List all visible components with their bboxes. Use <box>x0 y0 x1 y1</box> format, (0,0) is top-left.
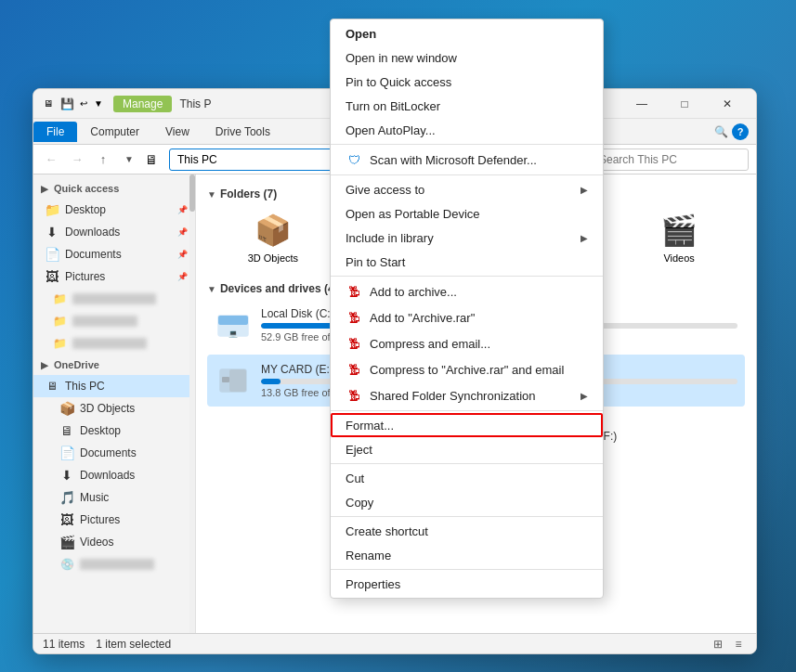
menu-rename[interactable]: Rename <box>331 543 603 567</box>
menu-bitlocker-label: Turn on BitLocker <box>346 99 440 113</box>
sidebar-item-downloads[interactable]: ⬇ Downloads 📌 <box>33 221 195 243</box>
folder-3d-label: 3D Objects <box>248 252 298 264</box>
list-view-icon[interactable]: ≡ <box>730 636 747 653</box>
tab-view[interactable]: View <box>152 122 202 142</box>
menu-format[interactable]: Format... <box>331 413 603 437</box>
sidebar-item-pictures-pc[interactable]: 🖼 Pictures <box>33 509 195 531</box>
defender-icon: 🛡 <box>346 151 362 168</box>
menu-cut-label: Cut <box>346 472 364 485</box>
folders-chevron: ▼ <box>207 189 216 200</box>
menu-shared-sync[interactable]: 🗜 Shared Folder Synchronization ▶ <box>331 382 603 408</box>
forward-button[interactable]: → <box>67 149 87 170</box>
menu-rename-label: Rename <box>346 549 391 562</box>
minimize-button[interactable]: — <box>620 89 663 119</box>
sidebar-section-onedrive[interactable]: ▶ OneDrive <box>33 355 195 375</box>
menu-give-access[interactable]: Give access to ▶ <box>331 177 603 201</box>
folder-videos-icon: 🎬 <box>660 212 698 249</box>
items-count: 11 items <box>43 638 85 651</box>
give-access-arrow: ▶ <box>581 185 588 195</box>
sidebar-item-docs-pc[interactable]: 📄 Documents <box>33 442 195 464</box>
manage-button[interactable]: Manage <box>113 96 172 112</box>
menu-portable[interactable]: Open as Portable Device <box>331 201 603 226</box>
menu-bitlocker[interactable]: Turn on BitLocker <box>331 94 603 118</box>
undo-icon: ↩ <box>76 97 91 111</box>
menu-copy[interactable]: Copy <box>331 490 603 514</box>
local-disk-icon: 💻 <box>215 306 252 343</box>
separator-3 <box>331 276 603 277</box>
sidebar-desktop-pc-label: Desktop <box>80 424 121 437</box>
sidebar-item-dl-pc[interactable]: ⬇ Downloads <box>33 464 195 486</box>
sidebar-documents-label: Documents <box>65 248 122 261</box>
menu-compress-email-label: Compress and email... <box>370 337 490 351</box>
menu-defender[interactable]: 🛡 Scan with Microsoft Defender... <box>331 147 603 173</box>
sidebar-item-desktop[interactable]: 📁 Desktop 📌 <box>33 199 195 221</box>
close-button[interactable]: ✕ <box>706 89 749 119</box>
folders-section-label: Folders (7) <box>220 187 277 200</box>
menu-add-archive[interactable]: 🗜 Add to archive... <box>331 278 603 304</box>
sidebar-section-quick-access[interactable]: ▶ Quick access <box>33 178 195 199</box>
sidebar-item-desktop-pc[interactable]: 🖥 Desktop <box>33 420 195 442</box>
view-controls: ⊞ ≡ <box>710 636 747 653</box>
maximize-button[interactable]: □ <box>663 89 706 119</box>
sidebar-item-pictures[interactable]: 🖼 Pictures 📌 <box>33 265 195 288</box>
menu-shared-sync-label: Shared Folder Synchronization <box>370 389 536 403</box>
title-bar-icons: 🖥 <box>41 97 56 111</box>
pin-icon: 📌 <box>177 205 188 214</box>
up-button[interactable]: ↑ <box>93 149 113 170</box>
tab-file[interactable]: File <box>33 122 77 142</box>
folder-3d-objects[interactable]: 📦 3D Objects <box>207 204 339 271</box>
save-icon: 💾 <box>59 97 74 111</box>
tab-computer[interactable]: Computer <box>77 122 152 142</box>
menu-autoplay[interactable]: Open AutoPlay... <box>331 118 603 142</box>
menu-properties-label: Properties <box>346 577 400 591</box>
my-card-e-bar <box>261 379 281 384</box>
separator-6 <box>331 516 603 517</box>
pin-icon-2: 📌 <box>177 227 188 237</box>
sidebar-3d-label: 3D Objects <box>80 402 135 415</box>
menu-eject[interactable]: Eject <box>331 437 603 461</box>
menu-format-label: Format... <box>346 419 394 433</box>
pictures-pc-icon: 🖼 <box>59 512 74 527</box>
back-button[interactable]: ← <box>41 149 61 170</box>
menu-open-label: Open <box>346 27 376 41</box>
sidebar-item-videos-pc[interactable]: 🎬 Videos <box>33 531 195 553</box>
quick-access-toolbar: 💾 ↩ <box>59 97 91 111</box>
dl-pc-icon: ⬇ <box>59 468 74 483</box>
menu-cut[interactable]: Cut <box>331 466 603 490</box>
help-button[interactable]: ? <box>732 123 749 140</box>
archive-icon-3: 🗜 <box>346 335 362 352</box>
grid-view-icon[interactable]: ⊞ <box>710 636 726 653</box>
desktop-icon: 📁 <box>45 202 59 217</box>
menu-add-archive-rar[interactable]: 🗜 Add to "Archive.rar" <box>331 304 603 330</box>
menu-compress-email[interactable]: 🗜 Compress and email... <box>331 330 603 356</box>
my-card-icon <box>215 362 252 399</box>
menu-pin-quick-access[interactable]: Pin to Quick access <box>331 70 603 94</box>
sidebar-item-documents[interactable]: 📄 Documents 📌 <box>33 243 195 265</box>
folder-videos[interactable]: 🎬 Videos <box>613 204 745 271</box>
recent-button[interactable]: ▼ <box>119 149 139 170</box>
sidebar-pictures-pc-label: Pictures <box>80 513 120 526</box>
onedrive-label: OneDrive <box>54 359 99 370</box>
menu-create-shortcut[interactable]: Create shortcut <box>331 519 603 543</box>
svg-rect-1 <box>218 316 248 325</box>
menu-give-access-label: Give access to <box>346 183 424 197</box>
svg-rect-4 <box>229 369 246 392</box>
menu-pin-start[interactable]: Pin to Start <box>331 250 603 274</box>
menu-compress-rar-email[interactable]: 🗜 Compress to "Archive.rar" and email <box>331 356 603 382</box>
dropdown-icon[interactable]: ▼ <box>91 97 106 111</box>
sidebar-item-3d-objects[interactable]: 📦 3D Objects <box>33 397 195 420</box>
drives-section-label: Devices and drives (4 <box>220 282 334 295</box>
menu-copy-label: Copy <box>346 496 373 510</box>
path-computer-icon: 🖥 <box>145 152 158 167</box>
sidebar-item-this-pc[interactable]: 🖥 This PC <box>33 375 195 397</box>
menu-properties[interactable]: Properties <box>331 572 603 596</box>
search-input[interactable] <box>591 149 749 171</box>
menu-open[interactable]: Open <box>331 21 603 45</box>
status-bar: 11 items 1 item selected ⊞ ≡ <box>33 633 756 653</box>
sidebar-item-music-pc[interactable]: 🎵 Music <box>33 486 195 509</box>
archive-icon-5: 🗜 <box>346 387 362 404</box>
context-menu: Open Open in new window Pin to Quick acc… <box>330 19 604 599</box>
menu-include-library[interactable]: Include in library ▶ <box>331 226 603 250</box>
tab-drive-tools[interactable]: Drive Tools <box>202 122 283 142</box>
menu-open-new-window[interactable]: Open in new window <box>331 45 603 70</box>
